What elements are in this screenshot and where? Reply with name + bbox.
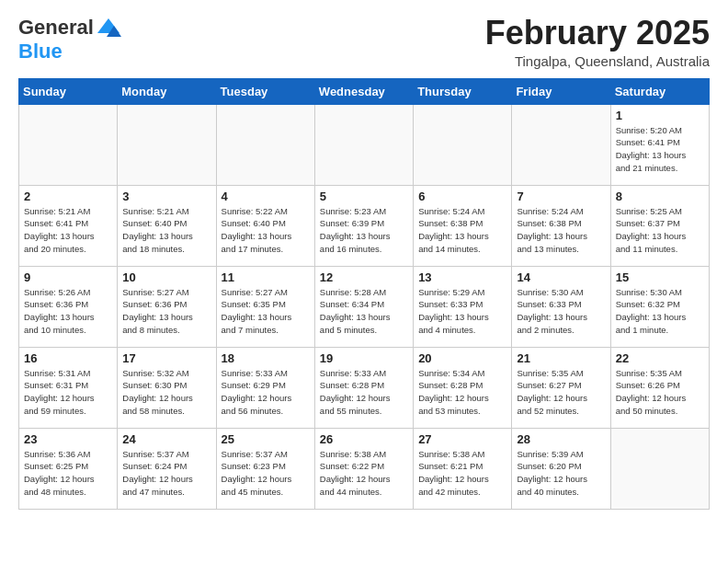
day-info: Sunrise: 5:28 AM Sunset: 6:34 PM Dayligh…	[320, 286, 408, 337]
day-info: Sunrise: 5:30 AM Sunset: 6:33 PM Dayligh…	[517, 286, 605, 337]
calendar-day-cell: 18Sunrise: 5:33 AM Sunset: 6:29 PM Dayli…	[216, 347, 314, 428]
day-info: Sunrise: 5:36 AM Sunset: 6:25 PM Dayligh…	[24, 448, 112, 499]
calendar-day-cell: 20Sunrise: 5:34 AM Sunset: 6:28 PM Dayli…	[414, 347, 512, 428]
calendar-day-cell: 21Sunrise: 5:35 AM Sunset: 6:27 PM Dayli…	[512, 347, 610, 428]
day-info: Sunrise: 5:35 AM Sunset: 6:26 PM Dayligh…	[616, 367, 704, 418]
calendar-week-row: 16Sunrise: 5:31 AM Sunset: 6:31 PM Dayli…	[19, 347, 710, 428]
calendar-day-cell: 16Sunrise: 5:31 AM Sunset: 6:31 PM Dayli…	[19, 347, 118, 428]
weekday-header: Monday	[118, 78, 216, 104]
day-info: Sunrise: 5:33 AM Sunset: 6:29 PM Dayligh…	[222, 367, 310, 418]
calendar-day-cell	[414, 104, 512, 185]
day-info: Sunrise: 5:24 AM Sunset: 6:38 PM Dayligh…	[517, 205, 605, 256]
day-number: 17	[122, 351, 210, 365]
day-info: Sunrise: 5:37 AM Sunset: 6:23 PM Dayligh…	[222, 448, 310, 499]
day-info: Sunrise: 5:37 AM Sunset: 6:24 PM Dayligh…	[122, 448, 210, 499]
day-info: Sunrise: 5:32 AM Sunset: 6:30 PM Dayligh…	[122, 367, 210, 418]
weekday-header: Wednesday	[314, 78, 413, 104]
calendar-day-cell: 22Sunrise: 5:35 AM Sunset: 6:26 PM Dayli…	[610, 347, 709, 428]
calendar-day-cell: 1Sunrise: 5:20 AM Sunset: 6:41 PM Daylig…	[610, 104, 709, 185]
day-info: Sunrise: 5:21 AM Sunset: 6:40 PM Dayligh…	[122, 205, 210, 256]
calendar-day-cell: 24Sunrise: 5:37 AM Sunset: 6:24 PM Dayli…	[118, 428, 216, 509]
subtitle: Tingalpa, Queensland, Australia	[485, 53, 710, 69]
day-number: 9	[24, 270, 112, 284]
calendar-day-cell: 26Sunrise: 5:38 AM Sunset: 6:22 PM Dayli…	[314, 428, 413, 509]
month-title: February 2025	[485, 15, 710, 52]
day-info: Sunrise: 5:24 AM Sunset: 6:38 PM Dayligh…	[418, 205, 506, 256]
logo-icon	[96, 15, 121, 40]
day-number: 19	[320, 351, 408, 365]
day-info: Sunrise: 5:25 AM Sunset: 6:37 PM Dayligh…	[616, 205, 704, 256]
calendar-day-cell: 23Sunrise: 5:36 AM Sunset: 6:25 PM Dayli…	[19, 428, 118, 509]
day-number: 26	[320, 432, 408, 446]
day-number: 8	[616, 190, 704, 203]
calendar-day-cell: 17Sunrise: 5:32 AM Sunset: 6:30 PM Dayli…	[118, 347, 216, 428]
day-number: 21	[517, 351, 605, 365]
calendar-day-cell: 13Sunrise: 5:29 AM Sunset: 6:33 PM Dayli…	[414, 266, 512, 347]
day-number: 16	[24, 351, 112, 365]
day-number: 13	[418, 270, 506, 284]
calendar-week-row: 9Sunrise: 5:26 AM Sunset: 6:36 PM Daylig…	[19, 266, 710, 347]
calendar-day-cell	[512, 104, 610, 185]
day-number: 10	[122, 270, 210, 284]
day-number: 14	[517, 270, 605, 284]
calendar-day-cell: 8Sunrise: 5:25 AM Sunset: 6:37 PM Daylig…	[610, 185, 709, 266]
weekday-header: Sunday	[19, 78, 118, 104]
day-info: Sunrise: 5:21 AM Sunset: 6:41 PM Dayligh…	[24, 205, 112, 256]
day-number: 2	[24, 190, 112, 203]
day-info: Sunrise: 5:30 AM Sunset: 6:32 PM Dayligh…	[616, 286, 704, 337]
calendar-day-cell: 15Sunrise: 5:30 AM Sunset: 6:32 PM Dayli…	[610, 266, 709, 347]
day-info: Sunrise: 5:33 AM Sunset: 6:28 PM Dayligh…	[320, 367, 408, 418]
day-number: 23	[24, 432, 112, 446]
day-number: 15	[616, 270, 704, 284]
calendar-day-cell: 14Sunrise: 5:30 AM Sunset: 6:33 PM Dayli…	[512, 266, 610, 347]
calendar-day-cell: 11Sunrise: 5:27 AM Sunset: 6:35 PM Dayli…	[216, 266, 314, 347]
day-number: 12	[320, 270, 408, 284]
calendar-day-cell: 5Sunrise: 5:23 AM Sunset: 6:39 PM Daylig…	[314, 185, 413, 266]
page: General Blue February 2025 Tingalpa, Que…	[0, 0, 728, 524]
logo-blue-text: Blue	[18, 40, 121, 63]
day-number: 11	[222, 270, 310, 284]
day-number: 20	[418, 351, 506, 365]
calendar-day-cell: 6Sunrise: 5:24 AM Sunset: 6:38 PM Daylig…	[414, 185, 512, 266]
calendar-week-row: 23Sunrise: 5:36 AM Sunset: 6:25 PM Dayli…	[19, 428, 710, 509]
calendar-day-cell	[118, 104, 216, 185]
day-number: 4	[222, 190, 310, 203]
day-number: 5	[320, 190, 408, 203]
calendar-day-cell	[314, 104, 413, 185]
logo: General Blue	[18, 15, 121, 63]
day-info: Sunrise: 5:29 AM Sunset: 6:33 PM Dayligh…	[418, 286, 506, 337]
weekday-header: Saturday	[610, 78, 709, 104]
title-section: February 2025 Tingalpa, Queensland, Aust…	[485, 15, 710, 69]
day-number: 22	[616, 351, 704, 365]
calendar-day-cell: 12Sunrise: 5:28 AM Sunset: 6:34 PM Dayli…	[314, 266, 413, 347]
calendar-day-cell: 19Sunrise: 5:33 AM Sunset: 6:28 PM Dayli…	[314, 347, 413, 428]
day-number: 1	[616, 109, 704, 122]
calendar-week-row: 1Sunrise: 5:20 AM Sunset: 6:41 PM Daylig…	[19, 104, 710, 185]
day-number: 6	[418, 190, 506, 203]
calendar-day-cell	[216, 104, 314, 185]
calendar-day-cell: 9Sunrise: 5:26 AM Sunset: 6:36 PM Daylig…	[19, 266, 118, 347]
day-number: 27	[418, 432, 506, 446]
day-info: Sunrise: 5:20 AM Sunset: 6:41 PM Dayligh…	[616, 124, 704, 175]
calendar-day-cell	[610, 428, 709, 509]
logo-general-text: General	[18, 17, 94, 39]
calendar-day-cell: 10Sunrise: 5:27 AM Sunset: 6:36 PM Dayli…	[118, 266, 216, 347]
weekday-header: Thursday	[414, 78, 512, 104]
day-info: Sunrise: 5:23 AM Sunset: 6:39 PM Dayligh…	[320, 205, 408, 256]
calendar-day-cell: 25Sunrise: 5:37 AM Sunset: 6:23 PM Dayli…	[216, 428, 314, 509]
header: General Blue February 2025 Tingalpa, Que…	[18, 15, 710, 69]
calendar-week-row: 2Sunrise: 5:21 AM Sunset: 6:41 PM Daylig…	[19, 185, 710, 266]
weekday-header: Friday	[512, 78, 610, 104]
calendar-day-cell: 4Sunrise: 5:22 AM Sunset: 6:40 PM Daylig…	[216, 185, 314, 266]
calendar-day-cell: 3Sunrise: 5:21 AM Sunset: 6:40 PM Daylig…	[118, 185, 216, 266]
day-info: Sunrise: 5:27 AM Sunset: 6:36 PM Dayligh…	[122, 286, 210, 337]
day-info: Sunrise: 5:39 AM Sunset: 6:20 PM Dayligh…	[517, 448, 605, 499]
calendar-day-cell	[19, 104, 118, 185]
calendar-day-cell: 2Sunrise: 5:21 AM Sunset: 6:41 PM Daylig…	[19, 185, 118, 266]
day-info: Sunrise: 5:34 AM Sunset: 6:28 PM Dayligh…	[418, 367, 506, 418]
day-info: Sunrise: 5:38 AM Sunset: 6:22 PM Dayligh…	[320, 448, 408, 499]
day-number: 3	[122, 190, 210, 203]
day-number: 25	[222, 432, 310, 446]
day-number: 28	[517, 432, 605, 446]
day-number: 24	[122, 432, 210, 446]
